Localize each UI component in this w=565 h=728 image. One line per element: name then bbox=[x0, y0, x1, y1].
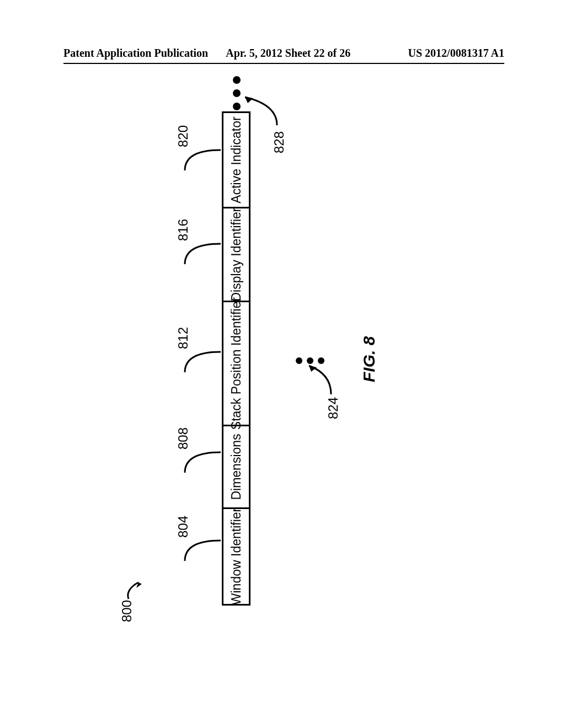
ref-label-824: 824 bbox=[326, 397, 341, 419]
cell-window-identifier: Window Identifier bbox=[223, 507, 249, 604]
ref-label-820: 820 bbox=[175, 125, 191, 147]
callout-arrow-icon bbox=[302, 363, 334, 396]
callout-arrow-icon bbox=[238, 94, 280, 127]
callout-hook-icon bbox=[183, 240, 222, 266]
callout-hook-icon bbox=[183, 537, 222, 563]
svg-marker-2 bbox=[245, 97, 253, 103]
main-ref-label: 800 bbox=[119, 600, 135, 622]
callout-hook-icon bbox=[183, 147, 222, 172]
ref-label-804: 804 bbox=[175, 516, 191, 538]
figure-container: 800 Window Identifier Dimensions Stack P… bbox=[0, 0, 565, 728]
ref-label-816: 816 bbox=[175, 219, 191, 241]
callout-hook-icon bbox=[183, 349, 222, 374]
ref-label-808: 808 bbox=[175, 427, 191, 449]
curved-arrow-icon bbox=[125, 578, 150, 602]
ref-label-828: 828 bbox=[271, 131, 287, 153]
ref-label-812: 812 bbox=[175, 327, 191, 349]
figure-8-rotated: 800 Window Identifier Dimensions Stack P… bbox=[73, 94, 492, 634]
figure-caption: FIG. 8 bbox=[360, 336, 379, 382]
callout-hook-icon bbox=[183, 449, 222, 474]
cell-dimensions: Dimensions bbox=[223, 425, 249, 507]
cell-active-indicator: Active Indicator bbox=[223, 113, 249, 207]
data-structure-row: Window Identifier Dimensions Stack Posit… bbox=[222, 111, 250, 606]
cell-display-identifier: Display Identifier bbox=[223, 207, 249, 301]
cell-stack-position-identifier: Stack Position Identifier bbox=[223, 301, 249, 425]
